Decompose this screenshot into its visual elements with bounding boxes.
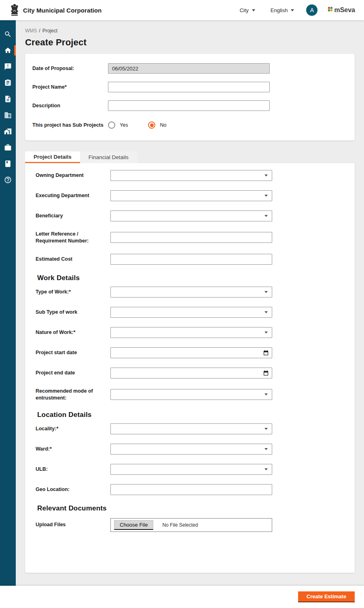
search-icon [4,30,12,38]
dropdown-caret-icon [265,291,268,293]
date-of-proposal-input [108,63,270,74]
choose-file-button[interactable]: Choose File [114,520,153,530]
radio-no-circle [148,121,155,129]
page-title: Create Project [25,37,364,48]
owning-department-select[interactable] [110,170,272,181]
sub-type-of-work-select[interactable] [110,307,272,318]
dropdown-caret-icon [265,332,268,334]
form-row-date-of-proposal: Date of Proposal: [32,63,347,74]
proposal-card: Date of Proposal: Project Name* Descript… [25,54,355,140]
radio-yes-label: Yes [120,122,128,128]
form-row-project-end-date: Project end date [36,368,355,378]
file-status-text: No File Selected [162,522,198,528]
type-of-work-select[interactable] [110,287,272,298]
calendar-icon[interactable] [263,350,269,356]
form-row-upload-files: Upload Files Choose File No File Selecte… [36,518,355,532]
create-estimate-button[interactable]: Create Estimate [298,591,355,602]
estimated-cost-input[interactable] [110,254,272,265]
executing-department-select[interactable] [110,190,272,201]
tab-financial-details[interactable]: Financial Details [80,151,137,163]
sidebar-item-works[interactable] [0,139,16,155]
executing-department-label: Executing Department [36,192,110,199]
dropdown-caret-icon [265,174,268,176]
entrustment-label: Recommended mode of entrustment: [36,388,110,402]
form-row-sub-type-of-work: Sub Type of work [36,307,355,318]
form-row-entrustment: Recommended mode of entrustment: [36,388,355,402]
form-row-description: Description [32,100,347,111]
form-row-ulb: ULB: [36,464,355,475]
locality-select[interactable] [110,423,272,434]
geo-location-label: Geo Location: [36,486,110,493]
breadcrumb: WMS/Project [25,28,364,34]
dropdown-caret-icon [265,468,268,470]
project-end-date-input[interactable] [110,368,272,378]
city-selector-label: City [239,7,248,13]
beneficiary-select[interactable] [110,210,272,221]
project-details-card: Owning Department Executing Department B… [25,163,355,573]
form-row-letter-reference: Letter Reference / Requirement Number: [36,231,355,244]
user-avatar[interactable]: A [306,4,317,16]
form-row-locality: Locality:* [36,423,355,434]
briefcase-icon [4,144,12,151]
calendar-icon[interactable] [263,370,269,376]
sub-projects-label: This project has Sub Projects [32,122,108,129]
form-row-ward: Ward:* [36,444,355,455]
sidebar-item-documents[interactable] [0,91,16,107]
header-right: City English A mSeva [239,4,355,16]
sidebar-item-properties[interactable] [0,123,16,139]
sidebar-item-search[interactable] [0,26,16,42]
dropdown-caret-icon [265,195,268,197]
work-details-heading: Work Details [37,274,355,282]
geo-location-input[interactable] [110,484,272,495]
entrustment-select[interactable] [110,389,272,400]
breadcrumb-current: Project [42,28,57,34]
radio-no-label: No [160,122,166,128]
action-footer: Create Estimate [0,586,364,608]
breadcrumb-root[interactable]: WMS [25,28,37,34]
city-selector[interactable]: City [239,7,255,13]
ward-label: Ward:* [36,446,110,453]
nature-of-work-select[interactable] [110,327,272,338]
relevant-documents-heading: Relevant Documents [37,504,355,512]
app-header: City Municipal Corporation City English … [0,0,364,20]
sidebar-item-reports[interactable] [0,155,16,172]
owning-department-label: Owning Department [36,172,110,179]
radio-yes-circle [108,121,115,129]
org-title: City Municipal Corporation [23,7,102,14]
project-name-input[interactable] [108,82,270,92]
radio-yes[interactable]: Yes [108,121,128,129]
form-row-project-start-date: Project start date [36,347,355,358]
sidebar-item-home[interactable] [0,42,16,58]
radio-no[interactable]: No [148,121,166,129]
building-icon [4,111,12,119]
sidebar-item-complaints[interactable] [0,58,16,74]
dropdown-caret-icon [265,393,268,395]
ulb-select[interactable] [110,464,272,475]
sidebar-item-assignments[interactable] [0,74,16,91]
brand-name: mSeva [334,6,355,14]
date-of-proposal-label: Date of Proposal: [32,65,108,72]
letter-reference-label: Letter Reference / Requirement Number: [36,231,110,244]
form-row-geo-location: Geo Location: [36,484,355,495]
ulb-label: ULB: [36,466,110,473]
home-icon [4,47,12,54]
file-upload-box[interactable]: Choose File No File Selected [110,518,272,532]
sidebar-item-organization[interactable] [0,107,16,123]
form-row-beneficiary: Beneficiary [36,210,355,221]
chevron-down-icon [291,9,294,11]
sidebar-item-help[interactable] [0,172,16,188]
assignment-icon [4,79,12,87]
location-details-heading: Location Details [37,411,355,419]
dropdown-caret-icon [265,215,268,217]
type-of-work-label: Type of Work:* [36,289,110,295]
language-selector[interactable]: English [271,7,294,13]
project-start-date-input[interactable] [110,347,272,358]
tab-project-details[interactable]: Project Details [25,151,80,163]
letter-reference-input[interactable] [110,232,272,243]
description-label: Description [32,102,108,109]
form-row-sub-projects: This project has Sub Projects Yes No [32,121,347,129]
dropdown-caret-icon [265,311,268,313]
description-input[interactable] [108,100,270,111]
ward-select[interactable] [110,444,272,455]
project-name-label: Project Name* [32,84,108,91]
